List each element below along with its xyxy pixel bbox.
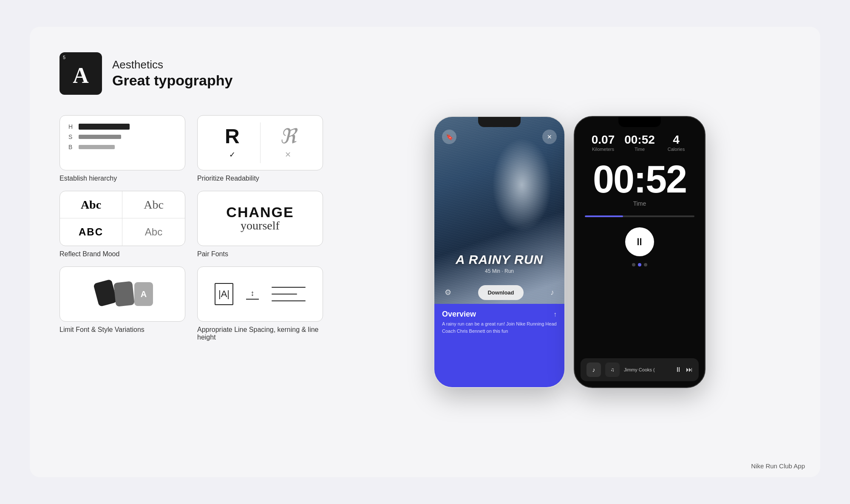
- music-icon2: ♫: [605, 362, 620, 377]
- pair-card-box: CHANGE yourself: [197, 191, 323, 246]
- card-readability: R ✓ ℜ ✕ Prioritize Readability: [197, 115, 323, 182]
- card-label-readability: Prioritize Readability: [197, 175, 323, 182]
- badge-number: 5: [63, 55, 65, 60]
- download-button[interactable]: Download: [478, 285, 523, 300]
- phone-tracker: 0.07 Kilometers 00:52 Time 4 Calories 00…: [574, 116, 706, 388]
- pair-word2: yourself: [241, 219, 280, 232]
- hierarchy-row-h: H: [68, 123, 176, 130]
- bar-b: [79, 145, 115, 149]
- stat-time-label: Time: [621, 147, 658, 152]
- spacing-card-box: |A| ↕: [197, 266, 323, 322]
- card-limit-font: A Limit Font & Style Variations: [60, 266, 185, 341]
- slide: 5 A Aesthetics Great typography H S: [30, 27, 820, 477]
- phone1-title-area: A RAINY RUN 45 Min · Run: [434, 252, 564, 274]
- run-subtitle: 45 Min · Run: [434, 268, 564, 274]
- hierarchy-row-s: S: [68, 133, 176, 140]
- stat-calories: 4 Calories: [658, 134, 694, 152]
- stat-cal-value: 4: [658, 134, 694, 146]
- logo-box: 5 A: [60, 52, 102, 95]
- card-label-hierarchy: Establish hierarchy: [60, 175, 185, 182]
- pause-button[interactable]: ⏸: [625, 227, 654, 256]
- overview-text: A rainy run can be a great run! Join Nik…: [442, 320, 557, 334]
- music-track-title: Jimmy Cooks (: [624, 367, 671, 372]
- header: 5 A Aesthetics Great typography: [60, 52, 323, 95]
- left-panel: 5 A Aesthetics Great typography H S: [60, 52, 323, 452]
- stat-km-value: 0.07: [585, 134, 621, 146]
- brand-card-box: Abc Abc ABC Abc: [60, 191, 185, 246]
- overview-title: Overview: [442, 310, 476, 319]
- settings-icon[interactable]: ⚙: [445, 288, 451, 297]
- font-card-light: A: [134, 282, 153, 306]
- font-card-dark: [93, 279, 117, 307]
- readability-card-box: R ✓ ℜ ✕: [197, 115, 323, 170]
- phone1-bottom-bar: ⚙ Download ♪: [434, 281, 564, 304]
- header-text: Aesthetics Great typography: [112, 58, 232, 89]
- card-label-brand: Reflect Brand Mood: [60, 250, 185, 258]
- progress-fill: [585, 215, 623, 217]
- big-time-display: 00:52: [583, 160, 696, 198]
- phone1-toolbar: 🔖 ✕: [434, 130, 564, 144]
- footer-credit: Nike Run Club App: [751, 462, 805, 470]
- right-panel: 🔖 ✕ A RAINY RUN 45 Min · Run ⚙ Download …: [348, 52, 790, 452]
- hierarchy-card-box: H S B: [60, 115, 185, 170]
- font-card-mid: [113, 281, 135, 306]
- music-bar: ♪ ♫ Jimmy Cooks ( ⏸ ⏭: [581, 358, 699, 381]
- music-pause-icon[interactable]: ⏸: [675, 366, 682, 374]
- music-off-icon[interactable]: ♪: [550, 288, 554, 297]
- music-note-icon: ♪: [586, 362, 601, 377]
- run-title: A RAINY RUN: [434, 252, 564, 266]
- stat-time-value: 00:52: [621, 134, 658, 146]
- card-label-limit: Limit Font & Style Variations: [60, 326, 185, 334]
- stat-kilometers: 0.07 Kilometers: [585, 134, 621, 152]
- stats-row: 0.07 Kilometers 00:52 Time 4 Calories: [583, 134, 696, 152]
- phone1-image: 🔖 ✕ A RAINY RUN 45 Min · Run ⚙ Download …: [434, 117, 564, 304]
- dot-2-active: [638, 263, 641, 266]
- cards-grid: H S B Establish hierarchy: [60, 115, 323, 341]
- dot-1: [632, 263, 635, 266]
- read-half-left: R ✓: [204, 122, 261, 163]
- logo-letter: A: [73, 63, 89, 88]
- progress-bar[interactable]: [585, 215, 694, 217]
- share-icon[interactable]: ↑: [553, 311, 557, 318]
- limit-card-box: A: [60, 266, 185, 322]
- phone1-overview: Overview ↑ A rainy run can be a great ru…: [434, 304, 564, 387]
- stat-time: 00:52 Time: [621, 134, 658, 152]
- card-label-pair: Pair Fonts: [197, 250, 323, 258]
- bookmark-icon[interactable]: 🔖: [442, 130, 456, 144]
- header-subtitle: Aesthetics: [112, 58, 232, 71]
- music-controls[interactable]: ⏸ ⏭: [675, 366, 693, 374]
- phone1-content: 🔖 ✕ A RAINY RUN 45 Min · Run ⚙ Download …: [434, 117, 564, 387]
- dot-3: [644, 263, 647, 266]
- stat-cal-label: Calories: [658, 147, 694, 152]
- card-establish-hierarchy: H S B Establish hierarchy: [60, 115, 185, 182]
- card-line-spacing: |A| ↕ Appropriate Line Spacing, ke: [197, 266, 323, 341]
- close-icon[interactable]: ✕: [542, 130, 557, 144]
- card-label-spacing: Appropriate Line Spacing, kerning & line…: [197, 326, 323, 341]
- phone2-notch: [618, 117, 661, 127]
- play-pause-container: ⏸: [583, 227, 696, 256]
- big-time-label: Time: [583, 200, 696, 207]
- phone2-content: 0.07 Kilometers 00:52 Time 4 Calories 00…: [575, 117, 705, 387]
- stat-km-label: Kilometers: [585, 147, 621, 152]
- card-pair-fonts: CHANGE yourself Pair Fonts: [197, 191, 323, 258]
- bar-s: [79, 135, 121, 139]
- header-title: Great typography: [112, 72, 232, 89]
- music-forward-icon[interactable]: ⏭: [686, 366, 693, 374]
- read-half-right: ℜ ✕: [261, 122, 316, 163]
- dots-row: [583, 263, 696, 266]
- bar-h: [79, 124, 130, 130]
- phone1-notch: [478, 117, 521, 127]
- card-brand-mood: Abc Abc ABC Abc Reflect Brand Mood: [60, 191, 185, 258]
- pair-word1: CHANGE: [226, 204, 294, 220]
- hierarchy-row-b: B: [68, 144, 176, 150]
- phone-nike-run: 🔖 ✕ A RAINY RUN 45 Min · Run ⚙ Download …: [434, 116, 565, 388]
